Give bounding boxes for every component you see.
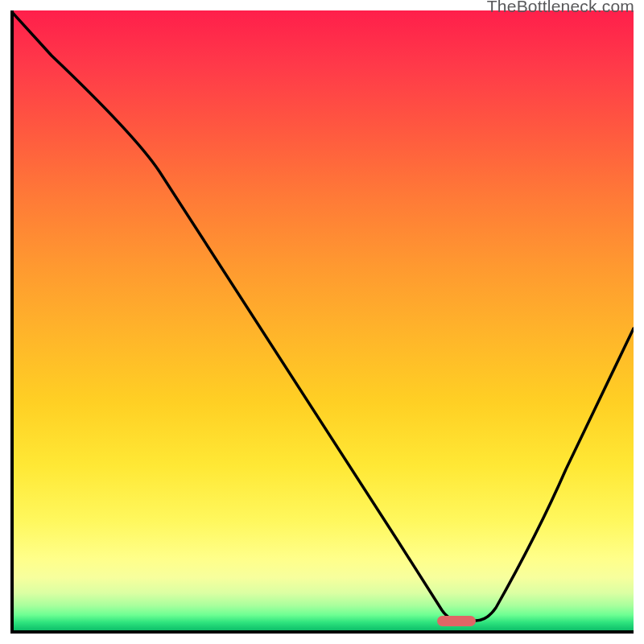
plot-area <box>10 10 634 634</box>
watermark-text: TheBottleneck.com <box>487 0 634 16</box>
curve-layer <box>10 10 634 634</box>
bottleneck-curve-path <box>10 10 634 621</box>
bottleneck-chart: TheBottleneck.com <box>0 0 644 644</box>
optimal-marker <box>437 616 476 626</box>
